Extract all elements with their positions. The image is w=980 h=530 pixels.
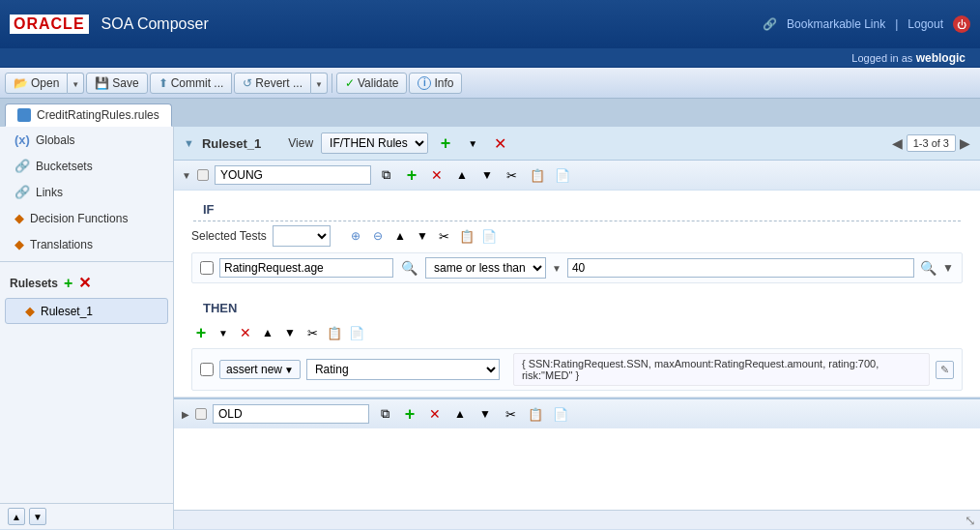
action-edit-button[interactable]: ✎ bbox=[936, 361, 954, 379]
nav-next-button[interactable]: ▶ bbox=[960, 135, 970, 151]
add-condition-button[interactable]: + bbox=[402, 165, 421, 185]
sidebar-divider bbox=[0, 261, 173, 262]
cut-old-button[interactable]: ✂ bbox=[501, 404, 520, 424]
then-paste-button[interactable]: 📄 bbox=[347, 323, 366, 342]
sidebar-item-globals[interactable]: (x) Globals bbox=[0, 127, 173, 153]
rule-name-input-young[interactable] bbox=[215, 165, 371, 185]
revert-dropdown[interactable]: ▼ bbox=[311, 73, 328, 94]
tab-creditratingrules[interactable]: CreditRatingRules.rules bbox=[5, 103, 172, 127]
link-icon: 🔗 bbox=[763, 17, 777, 31]
test-surround-button[interactable]: ⊕ bbox=[346, 226, 365, 246]
action-value-text: { SSN:RatingRequest.SSN, maxAmount:Ratin… bbox=[513, 353, 930, 386]
then-add-dropdown[interactable]: ▼ bbox=[214, 323, 233, 342]
add-rule-button[interactable]: + bbox=[436, 133, 455, 153]
cut-button[interactable]: ✂ bbox=[503, 165, 522, 185]
condition-field-input[interactable] bbox=[219, 258, 393, 278]
test-remove-button[interactable]: ⊖ bbox=[368, 226, 388, 246]
oracle-logo: ORACLE SOA Composer bbox=[10, 15, 209, 34]
ruleset-icon: ◆ bbox=[25, 304, 35, 318]
info-button[interactable]: i Info bbox=[409, 73, 462, 94]
condition-operator-select[interactable]: same or less than bbox=[425, 257, 546, 279]
nav-text: 1-3 of 3 bbox=[907, 134, 956, 152]
revert-button[interactable]: ↺ Revert ... bbox=[234, 73, 311, 94]
revert-icon: ↺ bbox=[243, 76, 252, 90]
resize-icon[interactable]: ⤡ bbox=[965, 513, 976, 528]
add-rule-dropdown[interactable]: ▼ bbox=[463, 133, 482, 153]
test-copy-button[interactable]: 📋 bbox=[457, 226, 476, 246]
condition-search-icon[interactable]: 🔍 bbox=[401, 260, 418, 276]
open-button[interactable]: 📂 Open bbox=[5, 73, 68, 94]
ruleset-expand-icon[interactable]: ▼ bbox=[184, 137, 194, 149]
move-old-up-button[interactable]: ▲ bbox=[450, 404, 470, 424]
ruleset-name: Ruleset_1 bbox=[202, 136, 261, 151]
move-down-button[interactable]: ▼ bbox=[477, 165, 497, 185]
assert-new-button[interactable]: assert new ▼ bbox=[219, 360, 301, 379]
test-up-button[interactable]: ▲ bbox=[390, 226, 410, 246]
test-down-button[interactable]: ▼ bbox=[413, 226, 432, 246]
test-cut-button[interactable]: ✂ bbox=[435, 226, 454, 246]
copy-button[interactable]: 📋 bbox=[528, 165, 547, 185]
sidebar-item-bucketsets[interactable]: 🔗 Bucketsets bbox=[0, 153, 173, 179]
delete-ruleset-button[interactable]: ✕ bbox=[78, 274, 91, 292]
condition-value-search-icon[interactable]: 🔍 bbox=[920, 260, 937, 276]
sidebar-item-decision-functions[interactable]: ◆ Decision Functions bbox=[0, 205, 173, 231]
rules-scroll-area[interactable]: ▼ ⧉ + ✕ ▲ ▼ ✂ 📋 📄 IF bbox=[174, 161, 980, 510]
condition-checkbox[interactable] bbox=[200, 261, 214, 275]
app-header: ORACLE SOA Composer 🔗 Bookmarkable Link … bbox=[0, 0, 980, 48]
then-up-button[interactable]: ▲ bbox=[258, 323, 277, 342]
then-section-young: THEN + ▼ ✕ ▲ ▼ ✂ 📋 📄 bbox=[174, 291, 980, 397]
selected-tests-select[interactable] bbox=[273, 225, 331, 247]
rule-name-input-old[interactable] bbox=[213, 404, 369, 424]
condition-more-icon[interactable]: ▼ bbox=[942, 261, 954, 275]
action-type-select[interactable]: Rating bbox=[306, 359, 500, 380]
view-select[interactable]: IF/THEN Rules bbox=[321, 132, 428, 154]
then-delete-button[interactable]: ✕ bbox=[236, 323, 255, 342]
delete-old-button[interactable]: ✕ bbox=[425, 404, 445, 424]
then-copy-button[interactable]: 📋 bbox=[325, 323, 344, 342]
selected-tests-row: Selected Tests ⊕ ⊖ ▲ ▼ ✂ 📋 📄 bbox=[184, 221, 970, 250]
move-old-down-button[interactable]: ▼ bbox=[476, 404, 495, 424]
delete-rule-button-young[interactable]: ✕ bbox=[427, 165, 447, 185]
open-dropdown[interactable]: ▼ bbox=[68, 73, 84, 94]
sidebar-item-translations[interactable]: ◆ Translations bbox=[0, 231, 173, 257]
condition-value-input[interactable] bbox=[567, 258, 914, 278]
validate-button[interactable]: ✓ Validate bbox=[336, 73, 407, 94]
rule-header-old: ▶ ⧉ + ✕ ▲ ▼ ✂ 📋 📄 bbox=[174, 398, 980, 428]
nav-prev-button[interactable]: ◀ bbox=[892, 135, 903, 151]
scroll-up-button[interactable]: ▲ bbox=[8, 508, 25, 525]
revert-group: ↺ Revert ... ▼ bbox=[234, 73, 328, 94]
then-add-button[interactable]: + bbox=[191, 323, 211, 342]
save-button[interactable]: 💾 Save bbox=[86, 73, 147, 94]
rules-area: ▼ Ruleset_1 View IF/THEN Rules + ▼ ✕ ◀ 1… bbox=[174, 127, 980, 529]
bookmarkable-link[interactable]: Bookmarkable Link bbox=[787, 17, 885, 31]
scroll-down-button[interactable]: ▼ bbox=[29, 508, 46, 525]
test-paste-button[interactable]: 📄 bbox=[479, 226, 499, 246]
then-cut-button[interactable]: ✂ bbox=[303, 323, 322, 342]
action-checkbox[interactable] bbox=[200, 363, 214, 376]
copy-old-button[interactable]: 📋 bbox=[526, 404, 545, 424]
then-down-button[interactable]: ▼ bbox=[280, 323, 300, 342]
rule-collapse-icon[interactable]: ▼ bbox=[182, 170, 191, 181]
rule-block-young: ▼ ⧉ + ✕ ▲ ▼ ✂ 📋 📄 IF bbox=[174, 161, 980, 398]
test-icons: ⊕ ⊖ ▲ ▼ ✂ 📋 📄 bbox=[346, 226, 499, 246]
sidebar-item-links[interactable]: 🔗 Links bbox=[0, 179, 173, 205]
paste-button[interactable]: 📄 bbox=[553, 165, 572, 185]
add-ruleset-button[interactable]: + bbox=[64, 275, 72, 292]
rulesets-section: Rulesets + ✕ bbox=[0, 266, 173, 296]
save-icon: 💾 bbox=[95, 76, 109, 90]
links-icon: 🔗 bbox=[14, 185, 30, 199]
sidebar-item-ruleset-1[interactable]: ◆ Ruleset_1 bbox=[5, 298, 168, 324]
logout-link[interactable]: Logout bbox=[908, 17, 943, 31]
delete-rule-button[interactable]: ✕ bbox=[490, 133, 509, 153]
condition-row-1: 🔍 same or less than ▼ 🔍 ▼ bbox=[191, 252, 963, 283]
commit-button[interactable]: ⬆ Commit ... bbox=[150, 73, 233, 94]
copy-rule-old-button[interactable]: ⧉ bbox=[375, 404, 394, 424]
copy-rule-button[interactable]: ⧉ bbox=[377, 165, 396, 185]
paste-old-button[interactable]: 📄 bbox=[551, 404, 570, 424]
move-up-button[interactable]: ▲ bbox=[452, 165, 472, 185]
rule-expand-old-icon[interactable]: ▶ bbox=[182, 409, 189, 420]
validate-icon: ✓ bbox=[345, 76, 355, 90]
condition-op-dropdown-icon[interactable]: ▼ bbox=[552, 263, 562, 274]
add-old-button[interactable]: + bbox=[400, 404, 419, 424]
commit-icon: ⬆ bbox=[159, 76, 168, 90]
